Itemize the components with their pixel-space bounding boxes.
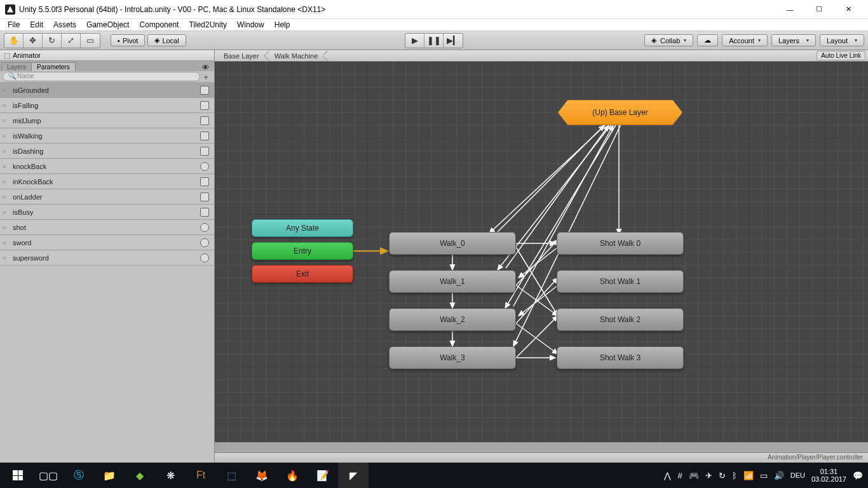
menu-assets[interactable]: Assets bbox=[48, 19, 81, 30]
drag-handle-icon[interactable]: ≡ bbox=[3, 209, 9, 215]
taskbar-app-firefox[interactable]: 🔥 bbox=[277, 463, 308, 488]
minimize-button[interactable]: — bbox=[775, 0, 804, 19]
tray-bluetooth-icon[interactable]: ᛒ bbox=[732, 471, 737, 480]
node-exit[interactable]: Exit bbox=[252, 265, 353, 283]
menu-edit[interactable]: Edit bbox=[25, 19, 48, 30]
param-row-isGrounded[interactable]: ≡isGrounded bbox=[0, 83, 214, 98]
crumb-base-layer[interactable]: Base Layer bbox=[217, 51, 268, 61]
drag-handle-icon[interactable]: ≡ bbox=[3, 255, 9, 261]
state-graph-canvas[interactable]: (Up) Base Layer Any State Entry Exit Wal… bbox=[215, 62, 868, 442]
node-walk-0[interactable]: Walk_0 bbox=[389, 232, 516, 255]
start-button[interactable] bbox=[3, 463, 33, 488]
drag-handle-icon[interactable]: ≡ bbox=[3, 240, 9, 246]
play-button[interactable]: ▶ bbox=[405, 34, 424, 48]
param-row-isWalking[interactable]: ≡isWalking bbox=[0, 128, 214, 144]
tray-volume-icon[interactable]: 🔊 bbox=[774, 471, 784, 480]
crumb-walk-machine[interactable]: Walk Machine bbox=[268, 51, 327, 61]
param-row-inKnockBack[interactable]: ≡inKnockBack bbox=[0, 174, 214, 189]
node-shot-walk-3[interactable]: Shot Walk 3 bbox=[557, 346, 684, 369]
param-search-input[interactable]: 🔍 Name bbox=[3, 72, 200, 81]
param-bool-checkbox[interactable] bbox=[200, 193, 209, 201]
menu-help[interactable]: Help bbox=[269, 19, 295, 30]
taskbar-app-tree[interactable]: ❋ bbox=[155, 463, 186, 488]
account-dropdown[interactable]: Account▾ bbox=[722, 34, 768, 46]
tray-clock[interactable]: 01:31 03.02.2017 bbox=[811, 468, 846, 483]
drag-handle-icon[interactable]: ≡ bbox=[3, 194, 9, 200]
param-bool-checkbox[interactable] bbox=[200, 86, 209, 95]
taskbar-app-unity[interactable]: ◤ bbox=[338, 463, 369, 488]
menu-window[interactable]: Window bbox=[232, 19, 269, 30]
tray-wifi-icon[interactable]: 📶 bbox=[743, 471, 754, 480]
tray-notifications-icon[interactable]: 💬 bbox=[853, 471, 863, 480]
taskbar-app-notepad[interactable]: 📝 bbox=[308, 463, 338, 488]
param-trigger-radio[interactable] bbox=[200, 223, 209, 232]
collab-dropdown[interactable]: ◈ Collab▾ bbox=[644, 34, 693, 46]
menu-file[interactable]: File bbox=[3, 19, 25, 30]
param-row-onLadder[interactable]: ≡onLadder bbox=[0, 189, 214, 205]
taskbar-app-explorer[interactable]: 📁 bbox=[94, 463, 125, 488]
taskbar-app-box[interactable]: ⬚ bbox=[216, 463, 247, 488]
maximize-button[interactable]: ☐ bbox=[804, 0, 834, 19]
tray-telegram-icon[interactable]: ✈ bbox=[705, 471, 712, 480]
scale-tool[interactable]: ⤢ bbox=[62, 34, 81, 48]
move-tool[interactable]: ✥ bbox=[24, 34, 43, 48]
param-bool-checkbox[interactable] bbox=[200, 116, 209, 125]
node-walk-3[interactable]: Walk_3 bbox=[389, 346, 516, 369]
layers-dropdown[interactable]: Layers▾ bbox=[771, 34, 816, 46]
param-row-knockBack[interactable]: ≡knockBack bbox=[0, 159, 214, 174]
drag-handle-icon[interactable]: ≡ bbox=[3, 118, 9, 124]
local-toggle[interactable]: ◈ Local bbox=[147, 34, 186, 46]
param-bool-checkbox[interactable] bbox=[200, 132, 209, 140]
visibility-icon[interactable]: 👁 bbox=[202, 64, 209, 71]
taskbar-app-skype[interactable]: Ⓢ bbox=[64, 463, 94, 488]
param-trigger-radio[interactable] bbox=[200, 238, 209, 247]
add-parameter-button[interactable]: + bbox=[200, 72, 212, 82]
param-bool-checkbox[interactable] bbox=[200, 101, 209, 110]
param-row-midJump[interactable]: ≡midJump bbox=[0, 113, 214, 128]
rotate-tool[interactable]: ↻ bbox=[43, 34, 62, 48]
hand-tool[interactable]: ✋ bbox=[4, 34, 24, 48]
rect-tool[interactable]: ▭ bbox=[81, 34, 100, 48]
param-bool-checkbox[interactable] bbox=[200, 147, 209, 156]
param-bool-checkbox[interactable] bbox=[200, 177, 209, 186]
pause-button[interactable]: ❚❚ bbox=[424, 34, 444, 48]
menu-gameobject[interactable]: GameObject bbox=[81, 19, 134, 30]
taskbar-app-gimp[interactable]: 🦊 bbox=[247, 463, 277, 488]
drag-handle-icon[interactable]: ≡ bbox=[3, 148, 9, 154]
param-row-isFalling[interactable]: ≡isFalling bbox=[0, 98, 214, 113]
tray-discord-icon[interactable]: 🎮 bbox=[689, 471, 699, 480]
drag-handle-icon[interactable]: ≡ bbox=[3, 87, 9, 93]
close-button[interactable]: ✕ bbox=[834, 0, 863, 19]
param-trigger-radio[interactable] bbox=[200, 162, 209, 171]
tray-language[interactable]: DEU bbox=[790, 471, 805, 479]
drag-handle-icon[interactable]: ≡ bbox=[3, 163, 9, 170]
param-row-isDashing[interactable]: ≡isDashing bbox=[0, 144, 214, 159]
layout-dropdown[interactable]: Layout▾ bbox=[820, 34, 864, 46]
drag-handle-icon[interactable]: ≡ bbox=[3, 133, 9, 139]
node-walk-1[interactable]: Walk_1 bbox=[389, 270, 516, 293]
tray-chevron-icon[interactable]: ⋀ bbox=[664, 471, 671, 480]
menu-component[interactable]: Component bbox=[134, 19, 184, 30]
node-shot-walk-1[interactable]: Shot Walk 1 bbox=[557, 270, 684, 293]
param-row-isBusy[interactable]: ≡isBusy bbox=[0, 205, 214, 220]
tray-hash-icon[interactable]: # bbox=[677, 471, 682, 480]
tray-battery-icon[interactable]: ▭ bbox=[760, 471, 768, 480]
tab-layers[interactable]: Layers bbox=[1, 62, 32, 71]
auto-live-link-toggle[interactable]: Auto Live Link bbox=[817, 51, 865, 60]
task-view-button[interactable]: ▢▢ bbox=[33, 463, 64, 488]
pivot-toggle[interactable]: ▪ Pivot bbox=[111, 34, 145, 46]
tray-sync-icon[interactable]: ↻ bbox=[719, 471, 726, 480]
cloud-button[interactable]: ☁ bbox=[697, 34, 718, 46]
param-row-supersword[interactable]: ≡supersword bbox=[0, 250, 214, 266]
node-up-base-layer[interactable]: (Up) Base Layer bbox=[558, 100, 682, 125]
param-row-sword[interactable]: ≡sword bbox=[0, 235, 214, 250]
graph-scrollbar-area[interactable] bbox=[215, 442, 868, 452]
node-entry[interactable]: Entry bbox=[252, 242, 353, 260]
drag-handle-icon[interactable]: ≡ bbox=[3, 102, 9, 109]
node-shot-walk-2[interactable]: Shot Walk 2 bbox=[557, 308, 684, 331]
step-button[interactable]: ▶▎ bbox=[444, 34, 463, 48]
param-row-shot[interactable]: ≡shot bbox=[0, 220, 214, 235]
node-walk-2[interactable]: Walk_2 bbox=[389, 308, 516, 331]
menu-tiled2unity[interactable]: Tiled2Unity bbox=[184, 19, 232, 30]
node-any-state[interactable]: Any State bbox=[252, 219, 353, 237]
